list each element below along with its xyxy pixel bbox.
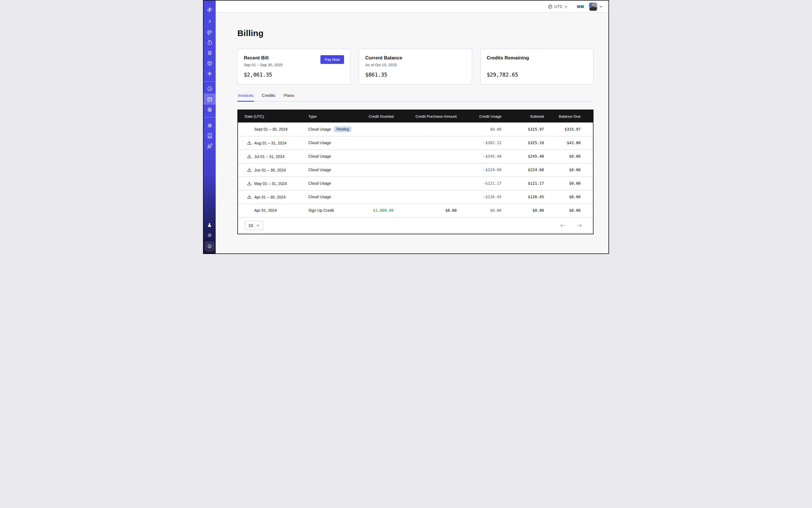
sun-icon[interactable]: [207, 232, 213, 238]
chevron-down-icon: [564, 5, 568, 8]
chevron-right-icon[interactable]: [207, 18, 213, 24]
timezone-selector[interactable]: UTC: [548, 4, 568, 9]
table-row: Sept 01 – 30, 2024Cloud UsagePending$0.0…: [238, 123, 593, 136]
user-menu[interactable]: [589, 3, 603, 11]
credit-granted: [362, 177, 394, 190]
balance-due: $0.00: [544, 163, 581, 177]
column-header-filler: [581, 110, 593, 123]
dollar-badge-button[interactable]: $: [205, 242, 214, 251]
balance-due: $0.00: [544, 204, 581, 217]
download-invoice-icon[interactable]: [247, 195, 252, 199]
balance-due: $0.00: [544, 177, 581, 190]
tab-plans[interactable]: Plans: [283, 93, 295, 101]
book-sparkle-icon[interactable]: [207, 133, 213, 138]
invoice-date: Sept 01 – 30, 2024: [254, 127, 288, 131]
invoices-table: Date (UTC)TypeCredit GrantedCredit Purch…: [238, 110, 593, 217]
previous-page-arrow-icon[interactable]: [560, 223, 566, 228]
balance-due: $0.00: [544, 150, 581, 163]
rocket-icon[interactable]: [207, 143, 213, 149]
credit-usage: -$224.68: [457, 163, 502, 177]
invoice-type: Cloud Usage: [308, 127, 331, 131]
subtotal: $224.68: [502, 163, 544, 177]
sidebar: $: [204, 1, 216, 253]
flask-icon[interactable]: [207, 222, 213, 228]
main-content: Billing Recent Bill Sep 01 – Sep 30, 202…: [216, 13, 608, 253]
credit-usage: $0.00: [457, 204, 502, 217]
subtotal: $126.45: [502, 190, 544, 204]
next-page-arrow-icon[interactable]: [576, 223, 582, 228]
spiral-icon[interactable]: [207, 30, 213, 36]
orbit-logo-icon[interactable]: [207, 7, 213, 13]
clock-icon: [548, 4, 553, 9]
credits-remaining-amount: $29,782.65: [487, 72, 587, 78]
table-row: Jun 01 – 30, 2024Cloud Usage-$224.68$224…: [238, 163, 593, 177]
tab-credits[interactable]: Credits: [261, 93, 276, 101]
app-window: $ UTC Billing: [203, 0, 609, 254]
status-badge: Pending: [334, 126, 351, 132]
column-header: Credit Usage: [457, 110, 502, 123]
sidebar-divider: [204, 117, 216, 118]
credit-usage: -$282.22: [457, 136, 502, 150]
pay-now-button[interactable]: Pay Now: [320, 55, 344, 64]
credit-granted: [362, 190, 394, 204]
reader-glasses-button[interactable]: [577, 4, 584, 9]
credit-granted: [362, 163, 394, 177]
credit-granted: [362, 123, 394, 136]
cube-icon[interactable]: [207, 60, 213, 66]
credit-usage: $0.00: [457, 123, 502, 136]
column-header: Credit Granted: [362, 110, 394, 123]
row-filler: [581, 150, 593, 163]
row-filler: [581, 177, 593, 190]
gauge-icon[interactable]: [207, 86, 213, 91]
card-title: Credits Remaining: [487, 55, 587, 61]
top-header-bar: UTC: [216, 1, 608, 13]
summary-cards: Recent Bill Sep 01 – Sep 30, 2025 $2,061…: [237, 49, 594, 84]
page-size-select[interactable]: 10: [245, 221, 263, 230]
table-row: Jul 01 – 31, 2024Cloud Usage-$245.48$245…: [238, 150, 593, 163]
credit-purchase-amount: [394, 177, 457, 190]
tabs: InvoicesCreditsPlans: [237, 93, 594, 101]
column-header: Balance Due: [544, 110, 581, 123]
glasses-icon: [577, 4, 584, 9]
gear-icon[interactable]: [207, 107, 213, 113]
billing-card-icon[interactable]: [207, 96, 213, 102]
credit-granted: $1,000.00: [362, 204, 394, 217]
balance-due: $0.00: [544, 190, 581, 204]
asterisk-icon[interactable]: [207, 71, 213, 77]
page-size-value: 10: [248, 223, 253, 228]
download-invoice-icon[interactable]: [247, 168, 252, 172]
invoice-type: Sign Up Credit: [308, 208, 334, 213]
credit-purchase-amount: [394, 190, 457, 204]
dollar-badge-icon: $: [207, 244, 212, 249]
helm-wheel-icon[interactable]: [207, 123, 213, 128]
balance-due: $315.97: [544, 123, 581, 136]
row-filler: [581, 163, 593, 177]
download-invoice-icon[interactable]: [247, 140, 252, 145]
card-subtitle: As of Oct 15, 2025: [365, 63, 465, 68]
history-clock-icon[interactable]: [207, 40, 213, 46]
credit-purchase-amount: [394, 163, 457, 177]
row-filler: [581, 204, 593, 217]
invoice-date: Jun 01 – 30, 2024: [254, 168, 286, 172]
column-header: Date (UTC): [238, 110, 308, 123]
download-invoice-icon[interactable]: [247, 181, 252, 186]
card-subtitle: [487, 63, 587, 68]
invoice-table-body: Sept 01 – 30, 2024Cloud UsagePending$0.0…: [238, 123, 593, 217]
invoice-type: Cloud Usage: [308, 168, 331, 172]
invoices-table-container: Date (UTC)TypeCredit GrantedCredit Purch…: [237, 110, 594, 234]
subtotal: $325.10: [502, 136, 544, 150]
table-row: May 01 – 31, 2024Cloud Usage-$121.17$121…: [238, 177, 593, 190]
table-header: Date (UTC)TypeCredit GrantedCredit Purch…: [238, 110, 593, 123]
invoice-date: Apr 01 – 30, 2024: [254, 195, 286, 199]
subtotal: $121.17: [502, 177, 544, 190]
credit-usage: -$121.17: [457, 177, 502, 190]
tab-invoices[interactable]: Invoices: [237, 93, 254, 101]
column-header: Type: [308, 110, 362, 123]
invoice-type: Cloud Usage: [308, 181, 331, 185]
invoice-type: Cloud Usage: [308, 195, 331, 199]
pagination-bar: 10: [238, 217, 593, 234]
download-invoice-icon[interactable]: [247, 154, 252, 159]
layers-icon[interactable]: [207, 50, 213, 56]
subtotal: $315.97: [502, 123, 544, 136]
subtotal: $0.00: [502, 204, 544, 217]
